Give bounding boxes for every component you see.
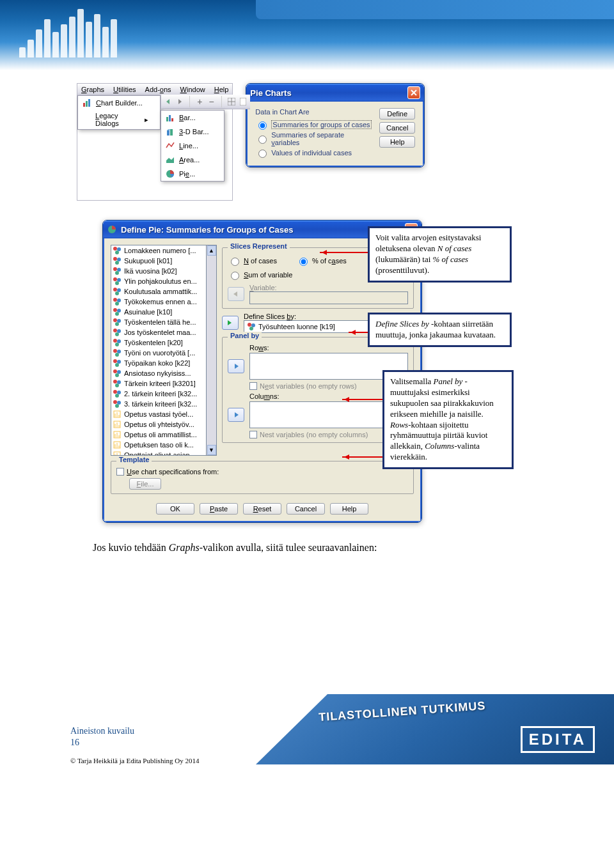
scrollbar[interactable]: ▲ ▼ bbox=[207, 245, 217, 456]
scroll-up-icon[interactable]: ▲ bbox=[207, 245, 216, 256]
variable-row[interactable]: Opetus oli yhteistyöv... bbox=[111, 419, 206, 430]
variable-row[interactable]: Tärkein kriteeri [k3201] bbox=[111, 378, 206, 389]
radio-input-3[interactable] bbox=[258, 150, 267, 158]
variable-row[interactable]: Ylin pohjakoulutus en... bbox=[111, 276, 206, 286]
menu-graphs[interactable]: GGraphsraphs bbox=[81, 86, 104, 93]
variable-list[interactable]: Lomakkeen numero [...Sukupuoli [k01]Ikä … bbox=[111, 245, 207, 456]
submenu-area[interactable]: Area... bbox=[161, 153, 224, 167]
svg-point-58 bbox=[117, 380, 121, 384]
radio-input-2[interactable] bbox=[258, 136, 267, 144]
radio-n-cases[interactable]: N of cases bbox=[228, 256, 277, 266]
variable-row[interactable]: Opetus vastasi työel... bbox=[111, 409, 206, 419]
move-slices-button[interactable] bbox=[222, 316, 239, 330]
var-label: Tärkein kriteeri [k3201] bbox=[124, 380, 196, 387]
define-pie-title: Define Pie: Summaries for Groups of Case… bbox=[121, 225, 293, 235]
cancel-button-2[interactable]: Cancel bbox=[287, 503, 325, 515]
close-button[interactable] bbox=[407, 86, 420, 99]
paste-button[interactable]: Paste bbox=[200, 503, 238, 515]
callout-2-text: Define Slices by -kohtaan siirretään muu… bbox=[375, 319, 496, 339]
radio-label-2: Summaries of separate variables bbox=[271, 131, 373, 146]
variable-row[interactable]: Opettajat olivat asian... bbox=[111, 450, 206, 456]
template-title: Template bbox=[116, 456, 152, 463]
variable-row[interactable]: Sukupuoli [k01] bbox=[111, 256, 206, 266]
ok-button[interactable]: OK bbox=[156, 503, 194, 515]
menu-utilities[interactable]: Utilities bbox=[113, 86, 136, 93]
svg-point-32 bbox=[115, 291, 119, 295]
var-type-icon bbox=[113, 379, 122, 388]
submenu-line[interactable]: Line... bbox=[161, 139, 224, 153]
variable-row[interactable]: Koulutusala ammattik... bbox=[111, 286, 206, 297]
svg-point-24 bbox=[113, 267, 117, 271]
variable-row[interactable]: 2. tärkein kriteeri [k32... bbox=[111, 389, 206, 399]
var-type-icon bbox=[113, 348, 122, 357]
variable-row[interactable]: Ansiotaso nykyisiss... bbox=[111, 368, 206, 378]
svg-point-64 bbox=[117, 401, 121, 405]
svg-rect-1 bbox=[86, 101, 88, 107]
submenu-3dbar[interactable]: 3-D Bar... bbox=[161, 125, 224, 139]
variable-row[interactable]: Opetuksen taso oli k... bbox=[111, 440, 206, 450]
nominal-icon bbox=[247, 322, 256, 331]
menu-help[interactable]: Help bbox=[214, 86, 229, 93]
radio-pct-cases[interactable]: % of cases bbox=[296, 256, 347, 266]
radio-separate-vars[interactable]: Summaries of separate variables bbox=[255, 131, 373, 146]
use-spec-check[interactable]: Use chart specifications from: bbox=[116, 468, 408, 476]
var-label: Sukupuoli [k01] bbox=[124, 257, 172, 265]
radio-individual-cases[interactable]: Values of individual cases bbox=[255, 148, 373, 158]
svg-point-60 bbox=[113, 390, 117, 394]
arrow-1 bbox=[320, 252, 368, 253]
top-banner bbox=[0, 0, 614, 70]
svg-rect-7 bbox=[166, 117, 168, 121]
menu-window[interactable]: Window bbox=[180, 86, 205, 93]
help-button[interactable]: Help bbox=[379, 136, 415, 148]
variable-row[interactable]: Opetus oli ammatillist... bbox=[111, 430, 206, 440]
variable-field bbox=[249, 291, 408, 304]
define-button[interactable]: Define bbox=[379, 108, 415, 120]
svg-point-39 bbox=[113, 318, 117, 322]
radio-groups-cases[interactable]: Summaries for groups of cases bbox=[255, 120, 373, 130]
scroll-down-icon[interactable]: ▼ bbox=[207, 445, 216, 455]
svg-point-37 bbox=[117, 309, 121, 313]
var-label: Työpaikan koko [k22] bbox=[124, 359, 190, 367]
variable-row[interactable]: Lomakkeen numero [... bbox=[111, 245, 206, 256]
callout-1: Voit valita arvojen esitystavaksi oletuk… bbox=[368, 226, 512, 283]
var-type-icon bbox=[113, 277, 122, 286]
menu-legacy-dialogs[interactable]: Legacy Dialogs ▸ bbox=[78, 110, 160, 129]
back-icon[interactable] bbox=[164, 97, 173, 107]
svg-point-87 bbox=[251, 323, 255, 327]
svg-point-31 bbox=[117, 288, 121, 292]
move-cols-button[interactable] bbox=[228, 408, 244, 422]
var-label: Työskentelen [k20] bbox=[124, 339, 183, 346]
variable-row[interactable]: Työni on vuorotyötä [... bbox=[111, 348, 206, 358]
cancel-button[interactable]: Cancel bbox=[379, 122, 415, 134]
grid-icon[interactable] bbox=[227, 97, 236, 107]
submenu-bar[interactable]: Bar... bbox=[161, 111, 224, 125]
variable-row[interactable]: Jos työskentelet maa... bbox=[111, 327, 206, 337]
svg-point-53 bbox=[115, 363, 119, 367]
var-label: Opetus vastasi työel... bbox=[124, 410, 193, 418]
reset-button[interactable]: Reset bbox=[243, 503, 281, 515]
variable-row[interactable]: Työkokemus ennen a... bbox=[111, 297, 206, 307]
variable-row[interactable]: Työskentelen [k20] bbox=[111, 337, 206, 348]
help-button-2[interactable]: Help bbox=[330, 503, 368, 515]
radio-input-1[interactable] bbox=[258, 121, 267, 130]
minus-icon[interactable]: − bbox=[207, 97, 216, 107]
pie-dialog-title: Pie Charts bbox=[250, 88, 291, 98]
variable-row[interactable]: Ikä vuosina [k02] bbox=[111, 266, 206, 276]
doc-icon[interactable] bbox=[239, 97, 248, 107]
plus-icon[interactable]: + bbox=[195, 97, 204, 107]
svg-point-34 bbox=[117, 298, 121, 302]
variable-row[interactable]: 3. tärkein kriteeri [k32... bbox=[111, 399, 206, 409]
variable-row[interactable]: Työpaikan koko [k22] bbox=[111, 358, 206, 368]
move-rows-button[interactable] bbox=[228, 359, 244, 373]
variable-row[interactable]: Asuinalue [k10] bbox=[111, 307, 206, 317]
svg-point-28 bbox=[117, 278, 121, 282]
menu-addons[interactable]: Add-ons bbox=[145, 86, 171, 93]
body-paragraph: Jos kuvio tehdään Graphs-valikon avulla,… bbox=[0, 523, 614, 560]
submenu-pie[interactable]: Pie... bbox=[161, 167, 224, 181]
forward-icon[interactable] bbox=[175, 97, 184, 107]
variable-row[interactable]: Työskentelen tällä he... bbox=[111, 317, 206, 327]
svg-point-33 bbox=[113, 298, 117, 302]
menu-chart-builder[interactable]: Chart Builder... bbox=[78, 96, 160, 110]
radio-label-3: Values of individual cases bbox=[271, 149, 352, 157]
var-type-icon bbox=[113, 267, 122, 275]
